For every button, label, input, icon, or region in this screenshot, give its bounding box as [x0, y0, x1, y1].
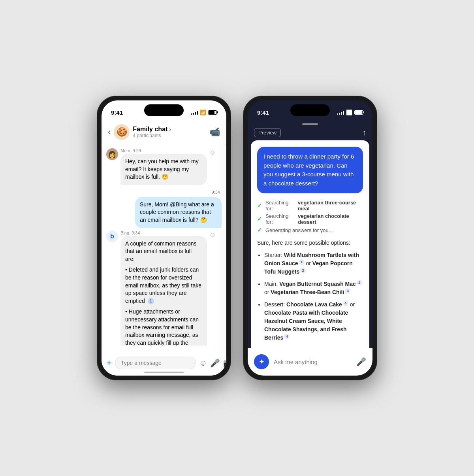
- messages-screen: 9:41 📶: [102, 100, 226, 376]
- camera-button[interactable]: 📷: [223, 358, 226, 368]
- incoming-message-content: Mom, 9:29 Hey, can you help me with my e…: [120, 148, 207, 185]
- incoming-bubble: Hey, can you help me with my email? It k…: [120, 154, 207, 185]
- wifi-icon: 📶: [200, 110, 206, 115]
- messages-area[interactable]: 👩 Mom, 9:29 Hey, can you help me with my…: [102, 145, 226, 346]
- table-row: 👩 Mom, 9:29 Hey, can you help me with my…: [106, 148, 222, 185]
- user-query-bubble: I need to throw a dinner party for 6 peo…: [257, 147, 363, 193]
- drag-handle: [302, 123, 318, 125]
- list-item: Starter: Wild Mushroom Tartlets with Oni…: [264, 251, 363, 276]
- message-sender-time: Mom, 9:29: [120, 148, 207, 153]
- citation-badge: 4: [343, 300, 348, 306]
- bing-avatar: b: [106, 230, 118, 242]
- list-item: ✓ Generating answers for you...: [257, 227, 363, 234]
- add-attachment-button[interactable]: +: [106, 357, 112, 368]
- right-time: 9:41: [257, 109, 269, 116]
- bing-content-area[interactable]: I need to throw a dinner party for 6 peo…: [251, 140, 369, 350]
- bing-ask-input[interactable]: [274, 359, 352, 365]
- chat-avatar: 🍪: [114, 124, 130, 140]
- list-item: ✓ Searching for: vegetarian three-course…: [257, 200, 363, 212]
- citation-badge: 1: [148, 298, 154, 304]
- left-phone: 9:41 📶: [97, 96, 231, 380]
- dynamic-island: [144, 104, 184, 116]
- outgoing-message-content: Sure, Mom! @Bing what are a couple commo…: [135, 197, 222, 228]
- bing-spark-button[interactable]: ✦: [254, 354, 269, 369]
- list-item: Dessert: Chocolate Lava Cake4 or Chocola…: [264, 300, 363, 342]
- citation-badge: 3: [345, 288, 350, 294]
- table-row: Sure, Mom! @Bing what are a couple commo…: [106, 197, 222, 228]
- message-sender-time: Bing, 9:34: [120, 230, 207, 235]
- right-phone: 9:41 📶: [243, 96, 377, 380]
- course-item: Chocolate Pasta with Chocolate Hazelnut …: [264, 310, 348, 341]
- menu-list: Starter: Wild Mushroom Tartlets with Oni…: [257, 251, 363, 342]
- battery-icon: [208, 110, 217, 115]
- check-icon: ✓: [257, 202, 262, 209]
- bing-input-bar: ✦ 🎤: [248, 348, 372, 376]
- check-icon: ✓: [257, 215, 262, 223]
- bing-bubble: A couple of common reasons that an email…: [120, 236, 207, 346]
- reaction-emoji: ☺️: [209, 231, 216, 238]
- course-item: Vegan Butternut Squash Mac: [279, 281, 356, 287]
- bing-response: Sure, here are some possible options: St…: [257, 238, 363, 350]
- bing-message-content: Bing, 9:34 A couple of common reasons th…: [120, 230, 207, 346]
- right-status-icons: 📶: [337, 110, 363, 115]
- bing-screen: 9:41 📶: [248, 100, 372, 376]
- share-icon[interactable]: ↑: [362, 128, 366, 137]
- message-timestamp: 9:34: [108, 190, 220, 195]
- microphone-icon[interactable]: 🎤: [356, 357, 366, 366]
- preview-button[interactable]: Preview: [254, 128, 281, 137]
- chat-chevron-icon: ›: [169, 126, 171, 132]
- emoji-button[interactable]: ☺: [199, 359, 207, 368]
- chat-header: ‹ 🍪 Family chat › 4 participants 📹: [102, 121, 226, 145]
- check-icon: ✓: [257, 227, 262, 234]
- search-term: vegetarian three-course meal: [298, 200, 363, 212]
- microphone-button[interactable]: 🎤: [210, 358, 220, 368]
- citation-badge: 2: [300, 268, 306, 273]
- citation-badge: 4: [284, 334, 290, 339]
- response-intro: Sure, here are some possible options:: [257, 238, 363, 247]
- chat-info: Family chat › 4 participants: [133, 126, 206, 138]
- avatar: 👩: [106, 148, 118, 160]
- dynamic-island: [290, 104, 330, 116]
- wifi-icon: 📶: [346, 110, 352, 115]
- message-input[interactable]: [115, 357, 196, 369]
- course-item: Vegetarian Three-Bean Chili: [271, 289, 344, 295]
- home-indicator: [144, 372, 184, 373]
- chat-participants: 4 participants: [133, 133, 206, 138]
- search-term: vegetarian chocolate dessert: [298, 213, 363, 225]
- list-item: Main: Vegan Butternut Squash Mac2 or Veg…: [264, 280, 363, 297]
- outgoing-bubble: Sure, Mom! @Bing what are a couple commo…: [135, 197, 222, 228]
- battery-icon: [354, 110, 363, 115]
- course-item: Chocolate Lava Cake: [286, 301, 342, 308]
- chat-name[interactable]: Family chat ›: [133, 126, 206, 133]
- left-status-icons: 📶: [191, 110, 217, 115]
- list-item: ✓ Searching for: vegetarian chocolate de…: [257, 213, 363, 225]
- table-row: b Bing, 9:34 A couple of common reasons …: [106, 230, 222, 346]
- phones-container: 9:41 📶: [97, 96, 377, 380]
- citation-badge: 1: [299, 259, 305, 265]
- citation-badge: 2: [357, 280, 362, 285]
- back-button[interactable]: ‹: [108, 127, 111, 137]
- search-status-list: ✓ Searching for: vegetarian three-course…: [257, 200, 363, 234]
- left-time: 9:41: [111, 109, 123, 116]
- signal-icon: [337, 110, 344, 115]
- reaction-emoji: ☺️: [209, 149, 216, 156]
- signal-icon: [191, 110, 198, 115]
- video-call-icon[interactable]: 📹: [209, 127, 220, 137]
- bing-app-header: Preview ↑: [248, 127, 372, 140]
